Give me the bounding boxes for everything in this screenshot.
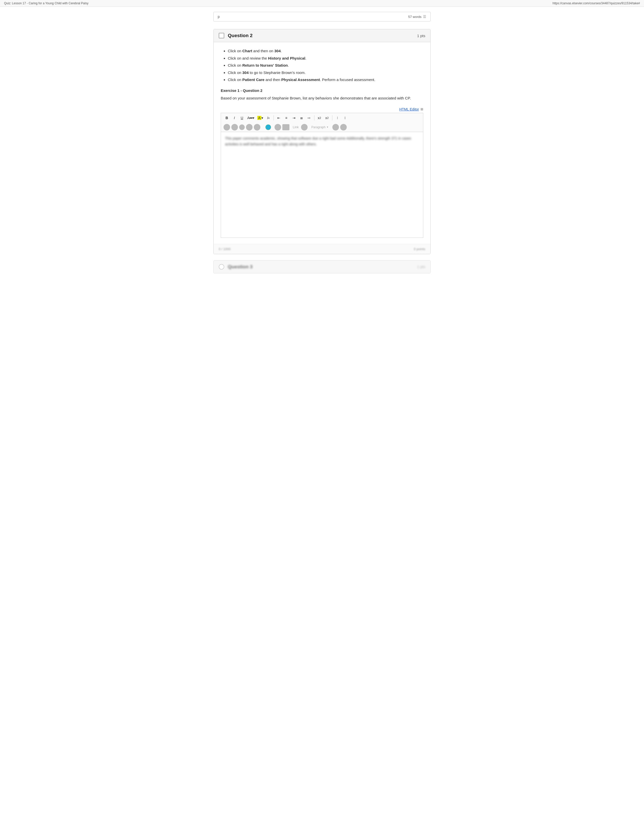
toolbar-link-label: Link — [293, 125, 299, 129]
instruction-5: Click on Patient Care and then Physical … — [228, 77, 423, 83]
toolbar-icon-2[interactable] — [231, 124, 238, 130]
question-3-card: Question 3 1 pts — [213, 260, 431, 273]
toolbar-paragraph-label: Paragraph — [311, 125, 325, 129]
word-count-label: 57 words — [408, 15, 422, 19]
instruction-1-bold2: 304 — [274, 49, 280, 53]
instruction-3: Click on Return to Nurses' Station. — [228, 63, 423, 68]
toolbar-sep-3 — [332, 115, 332, 121]
toolbar-number-list[interactable]: ⁞ — [342, 114, 348, 121]
question-2-checkbox[interactable] — [219, 33, 224, 39]
toolbar-icon-10[interactable] — [340, 124, 347, 130]
instruction-4: Click on 304 to go to Stephanie Brown's … — [228, 70, 423, 76]
instructions-list: Click on Chart and then on 304. Click on… — [221, 48, 423, 83]
instruction-1: Click on Chart and then on 304. — [228, 48, 423, 54]
toolbar-icon-9[interactable] — [332, 124, 339, 130]
word-count-box: p 57 words ⁣☰ — [213, 12, 431, 21]
toolbar-bg-color[interactable]: A▾ — [256, 114, 264, 121]
question-2-header-left: Question 2 — [219, 33, 253, 39]
toolbar-clear-format[interactable]: Ix — [265, 114, 272, 121]
toolbar-icon-8[interactable] — [301, 124, 308, 130]
toolbar-indent[interactable]: ⇨ — [306, 114, 312, 121]
toolbar-sep-1 — [274, 115, 274, 121]
toolbar-icon-3[interactable] — [239, 124, 245, 130]
question-2-footer-right: 0 points — [414, 247, 425, 251]
html-editor-link-row: HTML Editor ⊞ — [221, 107, 423, 111]
editor-toolbar-row2: 🌐 Link Paragraph ▾ — [221, 123, 423, 132]
instruction-3-bold1: Return to Nurses' Station — [242, 63, 288, 68]
html-editor-icon: ⊞ — [420, 107, 423, 111]
toolbar-superscript[interactable]: x2 — [316, 114, 323, 121]
toolbar-icon-7[interactable] — [282, 124, 290, 130]
word-count-right: 57 words ⁣☰ — [408, 14, 426, 19]
instruction-5-bold2: Physical Assessment — [281, 77, 320, 82]
toolbar-align-left[interactable]: ⇤ — [275, 114, 282, 121]
question-2-body: Click on Chart and then on 304. Click on… — [214, 42, 430, 244]
question-2-card: Question 2 1 pts Click on Chart and then… — [213, 29, 431, 254]
question-2-footer: 0 / 1000 0 points — [214, 244, 430, 254]
page-title: Quiz: Lesson 17 - Caring for a Young Chi… — [4, 2, 89, 5]
word-count-prefix: p — [218, 14, 220, 19]
question-2-header: Question 2 1 pts — [214, 29, 430, 42]
question-3-header-left: Question 3 — [219, 264, 253, 270]
toolbar-globe-icon[interactable]: 🌐 — [266, 124, 271, 130]
question-3-title: Question 3 — [228, 264, 253, 270]
editor-toolbar-row1: B I U A▾ A▾ Ix ⇤ ≡ ⇥ ≣ ⇨ x2 x2 — [221, 113, 423, 123]
toolbar-italic[interactable]: I — [231, 114, 238, 121]
question-3-checkbox[interactable] — [219, 264, 224, 270]
question-3-header: Question 3 1 pts — [214, 261, 430, 273]
question-2-pts: 1 pts — [417, 34, 425, 38]
browser-bar: Quiz: Lesson 17 - Caring for a Young Chi… — [0, 0, 644, 7]
toolbar-dropdown-arrow: ▾ — [327, 125, 328, 129]
question-2-title: Question 2 — [228, 33, 253, 39]
chart-icon: ⁣☰ — [423, 14, 426, 19]
toolbar-align-center[interactable]: ≡ — [283, 114, 290, 121]
exercise-description: Based on your assessment of Stephanie Br… — [221, 95, 423, 101]
instruction-2-bold1: History and Physical — [268, 56, 305, 60]
toolbar-subscript[interactable]: x2 — [324, 114, 330, 121]
toolbar-bold[interactable]: B — [224, 114, 230, 121]
question-3-pts: 1 pts — [417, 265, 425, 269]
toolbar-icon-5[interactable] — [254, 124, 260, 130]
html-editor-link[interactable]: HTML Editor — [399, 107, 419, 111]
toolbar-underline[interactable]: U — [239, 114, 245, 121]
toolbar-icon-4[interactable] — [246, 124, 253, 130]
toolbar-bullet-list[interactable]: ⁝ — [334, 114, 341, 121]
toolbar-sep-2 — [314, 115, 314, 121]
toolbar-font-color[interactable]: A▾ — [246, 114, 255, 121]
browser-url: https://canvas.elsevier.com/courses/3448… — [552, 2, 640, 5]
question-2-footer-left: 0 / 1000 — [219, 247, 230, 251]
instruction-5-bold1: Patient Care — [242, 77, 265, 82]
instruction-1-bold1: Chart — [242, 49, 252, 53]
instruction-2: Click on and review the History and Phys… — [228, 56, 423, 61]
toolbar-icon-6[interactable] — [275, 124, 281, 130]
toolbar-justify[interactable]: ≣ — [298, 114, 305, 121]
exercise-heading: Exercise 1 - Question 2 — [221, 88, 423, 93]
editor-text-blurred: This paper comments academic, showing th… — [225, 135, 419, 147]
editor-content-area[interactable]: This paper comments academic, showing th… — [221, 132, 423, 238]
toolbar-align-right[interactable]: ⇥ — [291, 114, 297, 121]
toolbar-icon-1[interactable] — [224, 124, 230, 130]
instruction-4-bold1: 304 — [242, 71, 249, 75]
